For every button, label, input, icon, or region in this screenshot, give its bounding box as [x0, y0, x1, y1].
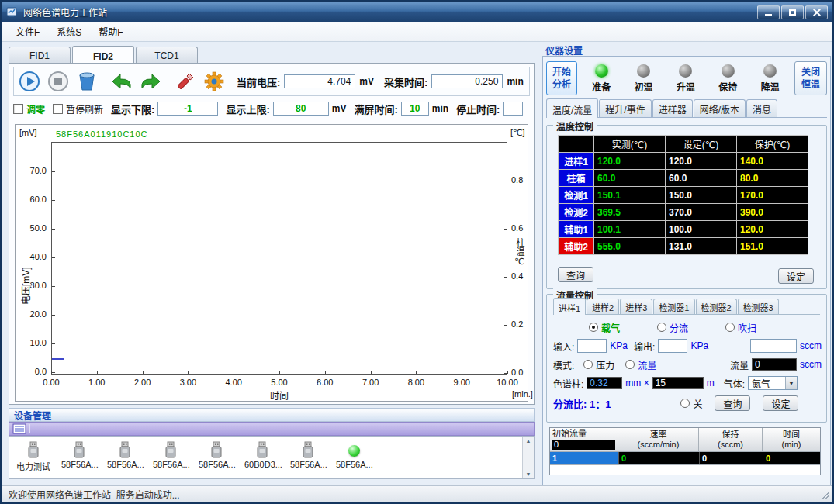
purge-gas-radio[interactable] — [725, 323, 735, 332]
flow-tab-0[interactable]: 进样1 — [553, 298, 586, 315]
flow-tab-4[interactable]: 检测器2 — [696, 299, 737, 314]
start-acquisition-button[interactable] — [17, 69, 42, 94]
initial-flow-label: 初始流量 — [552, 429, 587, 439]
flow-mode-radio[interactable] — [625, 360, 635, 369]
menu-help[interactable]: 帮助F — [90, 21, 131, 42]
stop-acquisition-button[interactable] — [46, 69, 71, 94]
column-length-field[interactable]: 15 — [652, 377, 704, 389]
pause-refresh-checkbox[interactable] — [53, 104, 63, 114]
flow-set-button[interactable]: 设定 — [763, 395, 798, 411]
pressure-mode-label: 压力 — [596, 358, 614, 371]
minimize-button[interactable] — [757, 5, 780, 19]
x-axis-unit-label: [min.] — [512, 389, 533, 399]
pressure-mode-radio[interactable] — [583, 360, 593, 369]
carrier-gas-label: 载气 — [601, 321, 620, 334]
settings-tab-1[interactable]: 程升/事件 — [599, 99, 651, 117]
split-off-radio[interactable] — [680, 399, 690, 408]
device-item[interactable]: 58F56A... — [107, 440, 143, 472]
gas-type-select[interactable]: 氮气 ▼ — [748, 376, 798, 390]
resize-grip[interactable] — [820, 490, 829, 499]
gas-type-value: 氮气 — [752, 377, 770, 390]
flow-tab-2[interactable]: 进样3 — [620, 299, 652, 314]
lower-limit-input[interactable]: -1 — [157, 102, 218, 116]
device-item[interactable]: 58F56A... — [336, 440, 372, 472]
scroll-up-icon[interactable]: ▲ — [526, 438, 531, 444]
pen-tool-icon — [175, 71, 196, 91]
close-thermostat-button[interactable]: 关闭恒温 — [794, 61, 827, 95]
carrier-gas-radio[interactable] — [589, 323, 598, 332]
close-button[interactable] — [805, 5, 828, 19]
start-analysis-button[interactable]: 开始分析 — [546, 61, 577, 95]
split-gas-radio[interactable] — [657, 323, 666, 332]
scroll-down-icon[interactable]: ▼ — [526, 471, 531, 477]
voltage-unit-label: mV — [359, 76, 374, 87]
fullscreen-time-label: 满屏时间: — [354, 102, 397, 116]
settings-tab-4[interactable]: 消息 — [746, 99, 777, 117]
device-label: 58F56A... — [290, 460, 326, 469]
pause-refresh-label: 暂停刷新 — [66, 102, 103, 116]
title-bar[interactable]: 网络色谱电力工作站 — [2, 2, 832, 22]
y2-tick-label: 0.4 — [511, 271, 523, 281]
fullscreen-time-input[interactable]: 10 — [401, 102, 429, 116]
undo-button[interactable] — [109, 69, 134, 94]
x-tick-label: 10.00 — [493, 378, 521, 387]
device-item[interactable]: 58F56A... — [153, 440, 189, 472]
redo-button[interactable] — [138, 69, 163, 94]
minimize-icon — [765, 14, 772, 16]
device-item[interactable]: 58F56A... — [290, 440, 326, 472]
zero-checkbox[interactable] — [13, 104, 23, 114]
menu-system[interactable]: 系统S — [48, 21, 90, 42]
upper-limit-unit: mV — [332, 103, 347, 114]
y2-axis-unit-label: [℃] — [510, 128, 524, 138]
axis-tick — [143, 371, 144, 374]
flow-tab-1[interactable]: 进样2 — [587, 299, 619, 314]
device-list-scrollbar[interactable]: ▲ ▼ — [522, 437, 534, 478]
x-tick-label: 6.00 — [311, 378, 339, 387]
signal-tab-FID1[interactable]: FID1 — [9, 47, 71, 64]
temp-set-button[interactable]: 设定 — [778, 268, 814, 284]
set-value: 120.0 — [666, 153, 737, 170]
device-item[interactable]: 60B0D3... — [244, 440, 280, 472]
hold-header-title: 保持 — [722, 430, 739, 440]
usb-device-icon — [199, 440, 234, 460]
device-item[interactable]: 58F56A... — [199, 440, 234, 472]
settings-button[interactable] — [202, 69, 227, 94]
stop-time-input[interactable] — [503, 102, 523, 116]
axis-tick — [234, 371, 234, 374]
device-item[interactable]: 电力测试 — [16, 440, 51, 472]
axis-tick — [51, 371, 52, 374]
purge-gas-label: 吹扫 — [738, 321, 756, 334]
settings-tab-0[interactable]: 温度/流量 — [546, 98, 598, 118]
usb-device-icon — [153, 440, 189, 460]
upper-limit-input[interactable]: 80 — [273, 102, 329, 116]
column-diameter-field[interactable]: 0.32 — [587, 377, 622, 389]
calibration-tool-button[interactable] — [173, 69, 198, 94]
signal-tab-FID2[interactable]: FID2 — [72, 46, 134, 64]
plot-area[interactable] — [51, 142, 507, 375]
signal-tab-TCD1[interactable]: TCD1 — [136, 47, 198, 64]
status-text: 欢迎使用网络色谱工作站 服务启动成功... — [9, 488, 180, 501]
settings-tab-3[interactable]: 网络/版本 — [694, 99, 746, 117]
dropdown-arrow-icon[interactable]: ▼ — [785, 377, 797, 389]
menu-file[interactable]: 文件F — [7, 21, 48, 42]
output-pressure-field[interactable] — [658, 339, 687, 353]
input-label: 输入: — [553, 340, 574, 353]
axis-tick — [279, 371, 280, 374]
flow-tab-3[interactable]: 检测器1 — [653, 299, 694, 314]
initial-flow-cell: 初始流量 0 — [550, 428, 618, 451]
flow-tab-5[interactable]: 检测器3 — [738, 299, 779, 314]
device-label: 60B0D3... — [244, 460, 280, 469]
flow-query-button[interactable]: 查询 — [715, 395, 750, 411]
program-row[interactable]: 1 0 0 0 — [550, 451, 820, 464]
maximize-button[interactable] — [781, 5, 804, 19]
input-pressure-field[interactable] — [577, 339, 607, 353]
temp-query-button[interactable]: 查询 — [558, 267, 593, 282]
clear-button[interactable] — [74, 69, 99, 94]
stage-lamp-icon — [595, 64, 608, 78]
initial-flow-field[interactable]: 0 — [552, 440, 615, 450]
column-row: 色谱柱: 0.32 mm × 15 m 气体: 氮气 ▼ — [553, 375, 822, 392]
device-item[interactable]: 58F56A... — [61, 440, 97, 472]
flow-readout-field[interactable] — [750, 339, 797, 353]
device-list-view-button[interactable] — [12, 423, 26, 434]
settings-tab-2[interactable]: 进样器 — [652, 99, 693, 117]
